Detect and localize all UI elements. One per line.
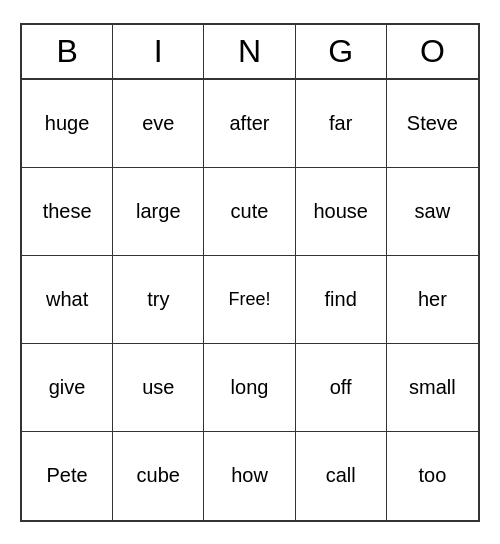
bingo-cell-7: cute bbox=[204, 168, 295, 256]
bingo-cell-22: how bbox=[204, 432, 295, 520]
bingo-cell-8: house bbox=[296, 168, 387, 256]
bingo-cell-5: these bbox=[22, 168, 113, 256]
bingo-cell-19: small bbox=[387, 344, 478, 432]
bingo-cell-13: find bbox=[296, 256, 387, 344]
bingo-cell-21: cube bbox=[113, 432, 204, 520]
bingo-cell-14: her bbox=[387, 256, 478, 344]
bingo-cell-24: too bbox=[387, 432, 478, 520]
bingo-cell-4: Steve bbox=[387, 80, 478, 168]
bingo-cell-18: off bbox=[296, 344, 387, 432]
header-i: I bbox=[113, 25, 204, 78]
bingo-grid: hugeeveafterfarStevetheselargecutehouses… bbox=[22, 80, 478, 520]
bingo-cell-2: after bbox=[204, 80, 295, 168]
bingo-cell-12: Free! bbox=[204, 256, 295, 344]
bingo-cell-10: what bbox=[22, 256, 113, 344]
bingo-cell-0: huge bbox=[22, 80, 113, 168]
bingo-cell-6: large bbox=[113, 168, 204, 256]
bingo-cell-11: try bbox=[113, 256, 204, 344]
bingo-cell-17: long bbox=[204, 344, 295, 432]
header-g: G bbox=[296, 25, 387, 78]
bingo-cell-23: call bbox=[296, 432, 387, 520]
bingo-cell-1: eve bbox=[113, 80, 204, 168]
header-o: O bbox=[387, 25, 478, 78]
bingo-cell-16: use bbox=[113, 344, 204, 432]
bingo-cell-15: give bbox=[22, 344, 113, 432]
bingo-card: B I N G O hugeeveafterfarStevetheselarge… bbox=[20, 23, 480, 522]
bingo-header: B I N G O bbox=[22, 25, 478, 80]
bingo-cell-3: far bbox=[296, 80, 387, 168]
bingo-cell-9: saw bbox=[387, 168, 478, 256]
header-n: N bbox=[204, 25, 295, 78]
bingo-cell-20: Pete bbox=[22, 432, 113, 520]
header-b: B bbox=[22, 25, 113, 78]
